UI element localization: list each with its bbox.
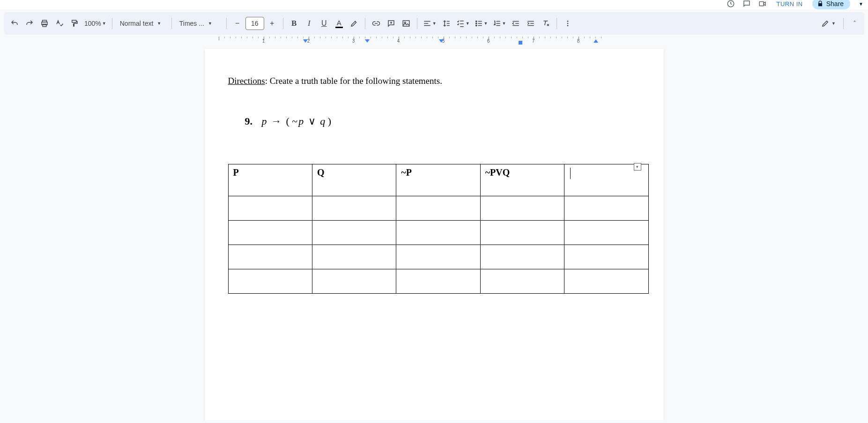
underline-button[interactable]: U <box>317 16 331 30</box>
spellcheck-button[interactable] <box>52 16 67 30</box>
expr-arrow: → <box>269 115 283 127</box>
clear-formatting-button[interactable] <box>539 16 553 30</box>
paint-format-button[interactable] <box>67 16 82 30</box>
increase-indent-button[interactable] <box>524 16 538 30</box>
col-header-notp[interactable]: ~P <box>396 164 480 196</box>
align-dropdown[interactable]: ▼ <box>421 16 438 30</box>
table-cell[interactable] <box>480 196 564 221</box>
table-cell[interactable] <box>564 269 648 294</box>
tab-stop-marker[interactable] <box>519 41 522 45</box>
ruler-number: 3 <box>352 38 355 44</box>
font-size-increase[interactable]: + <box>265 16 279 30</box>
table-cell[interactable] <box>564 196 648 221</box>
share-button[interactable]: Share <box>812 0 850 9</box>
undo-button[interactable] <box>7 16 22 30</box>
left-indent-marker[interactable] <box>303 39 308 43</box>
document-workspace[interactable]: Directions: Create a truth table for the… <box>0 46 868 420</box>
share-dropdown-chevron[interactable]: ▼ <box>857 1 863 7</box>
line-spacing-button[interactable] <box>439 16 453 30</box>
table-cell[interactable] <box>564 245 648 269</box>
table-cell[interactable] <box>228 245 312 269</box>
history-icon[interactable] <box>726 0 735 8</box>
table-cell[interactable] <box>480 269 564 294</box>
chevron-down-icon: ▼ <box>501 21 506 26</box>
ruler-tick <box>230 37 230 38</box>
table-cell[interactable] <box>312 269 396 294</box>
redo-button[interactable] <box>22 16 37 30</box>
text-color-letter: A <box>337 19 341 26</box>
italic-button[interactable]: I <box>302 16 316 30</box>
text-color-bar <box>335 27 343 28</box>
expr-close: ) <box>325 115 331 127</box>
ruler-tick <box>449 37 450 38</box>
table-cell[interactable] <box>396 221 480 245</box>
bold-button[interactable]: B <box>287 16 301 30</box>
editing-mode-dropdown[interactable]: ▼ <box>818 19 838 28</box>
col-header-p[interactable]: P <box>228 164 312 196</box>
share-label: Share <box>826 0 844 7</box>
turn-in-button[interactable]: TURN IN <box>774 0 806 8</box>
ruler-tick <box>376 37 377 38</box>
text-color-button[interactable]: A <box>332 16 346 30</box>
chevron-down-icon: ▼ <box>156 21 161 26</box>
col-header-q[interactable]: Q <box>312 164 396 196</box>
table-cell[interactable] <box>228 269 312 294</box>
font-size-input[interactable]: 16 <box>245 17 264 30</box>
meet-icon[interactable] <box>758 0 767 8</box>
document-page[interactable]: Directions: Create a truth table for the… <box>205 49 664 420</box>
table-cell[interactable] <box>396 269 480 294</box>
expr-vee: ∨ <box>306 115 318 127</box>
indent-marker[interactable] <box>439 39 444 43</box>
insert-image-button[interactable] <box>399 16 413 30</box>
ruler-tick <box>421 37 422 38</box>
table-cell[interactable] <box>312 221 396 245</box>
ruler-tick <box>601 37 601 38</box>
decrease-indent-button[interactable] <box>509 16 523 30</box>
table-cell[interactable] <box>312 245 396 269</box>
ruler-tick <box>331 37 332 38</box>
text-cursor <box>570 168 571 179</box>
ruler-tick <box>275 37 275 38</box>
zoom-dropdown[interactable]: 100%▼ <box>82 16 108 30</box>
font-size-decrease[interactable]: − <box>230 16 245 30</box>
table-row[interactable] <box>228 269 648 294</box>
numbered-list-button[interactable]: ▼ <box>491 16 508 30</box>
highlight-color-button[interactable] <box>347 16 361 30</box>
add-comment-button[interactable] <box>384 16 398 30</box>
ruler-number: 1 <box>262 38 265 44</box>
font-family-dropdown[interactable]: Times ...▼ <box>176 16 223 30</box>
directions-paragraph[interactable]: Directions: Create a truth table for the… <box>228 76 640 86</box>
paragraph-style-dropdown[interactable]: Normal text▼ <box>116 16 168 30</box>
checklist-button[interactable]: ▼ <box>454 16 472 30</box>
table-row[interactable] <box>228 221 648 245</box>
first-line-indent-marker[interactable] <box>365 39 370 43</box>
truth-table[interactable]: P Q ~P ~PVQ <box>228 164 649 294</box>
ruler-number: 4 <box>397 38 400 44</box>
comments-icon[interactable] <box>742 0 751 8</box>
table-header-row[interactable]: P Q ~P ~PVQ <box>228 164 648 196</box>
problem-statement[interactable]: 9. p → ( ~p ∨ q ) <box>245 115 640 127</box>
ruler-tick <box>303 37 304 38</box>
ruler-tick <box>466 37 467 38</box>
print-button[interactable] <box>37 16 52 30</box>
table-row[interactable] <box>228 245 648 269</box>
ruler-tick <box>415 37 416 38</box>
col-header-notp-or-q[interactable]: ~PVQ <box>480 164 564 196</box>
table-row[interactable] <box>228 196 648 221</box>
collapse-toolbar-button[interactable]: ˄ <box>848 17 861 30</box>
table-cell[interactable] <box>564 221 648 245</box>
bulleted-list-button[interactable]: ▼ <box>473 16 490 30</box>
table-cell[interactable] <box>228 196 312 221</box>
table-cell[interactable] <box>480 221 564 245</box>
right-indent-marker[interactable] <box>594 39 598 43</box>
table-options-handle[interactable]: ▾ <box>634 163 641 171</box>
ruler-tick <box>281 37 281 38</box>
table-cell[interactable] <box>228 221 312 245</box>
horizontal-ruler[interactable]: 12345678 <box>0 37 868 46</box>
table-cell[interactable] <box>396 196 480 221</box>
table-cell[interactable] <box>312 196 396 221</box>
more-tools-button[interactable] <box>561 16 575 30</box>
insert-link-button[interactable] <box>369 16 383 30</box>
table-cell[interactable] <box>480 245 564 269</box>
table-cell[interactable] <box>396 245 480 269</box>
